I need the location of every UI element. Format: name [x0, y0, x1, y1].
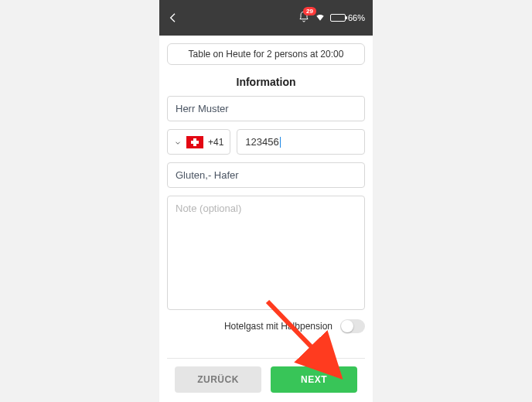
battery-icon — [330, 14, 346, 22]
text-cursor — [280, 137, 281, 148]
status-right: 29 66% — [298, 11, 365, 25]
notifications-button[interactable]: 29 — [298, 11, 310, 25]
chevron-down-icon — [174, 138, 182, 146]
form-body: Table on Heute for 2 persons at 20:00 In… — [159, 36, 373, 402]
next-button[interactable]: NEXT — [271, 366, 357, 393]
footer: ZURÜCK NEXT — [167, 358, 365, 402]
name-field[interactable]: Herr Muster — [167, 96, 365, 121]
allergy-field[interactable]: Gluten,- Hafer — [167, 162, 365, 188]
status-bar: 29 66% — [159, 0, 373, 36]
country-code-picker[interactable]: +41 — [167, 129, 230, 155]
country-code-text: +41 — [208, 137, 223, 148]
note-field[interactable]: Note (optional) — [167, 196, 365, 310]
phone-field[interactable]: 123456 — [237, 129, 365, 155]
phone-value: 123456 — [245, 136, 278, 148]
battery-indicator: 66% — [330, 13, 365, 22]
reservation-summary[interactable]: Table on Heute for 2 persons at 20:00 — [167, 43, 365, 65]
phone-frame: 29 66% Table on Heute for 2 persons at 2… — [159, 0, 373, 402]
battery-text: 66% — [348, 13, 365, 22]
back-button[interactable]: ZURÜCK — [175, 366, 261, 393]
toggle-label: Hotelgast mit Halbpension — [224, 321, 332, 332]
flag-icon — [186, 136, 203, 148]
wifi-icon — [315, 12, 326, 24]
back-icon[interactable] — [167, 12, 179, 24]
notification-badge: 29 — [303, 7, 316, 15]
bell-icon — [298, 15, 310, 25]
section-title: Information — [167, 76, 365, 88]
halfboard-toggle[interactable] — [340, 319, 365, 333]
